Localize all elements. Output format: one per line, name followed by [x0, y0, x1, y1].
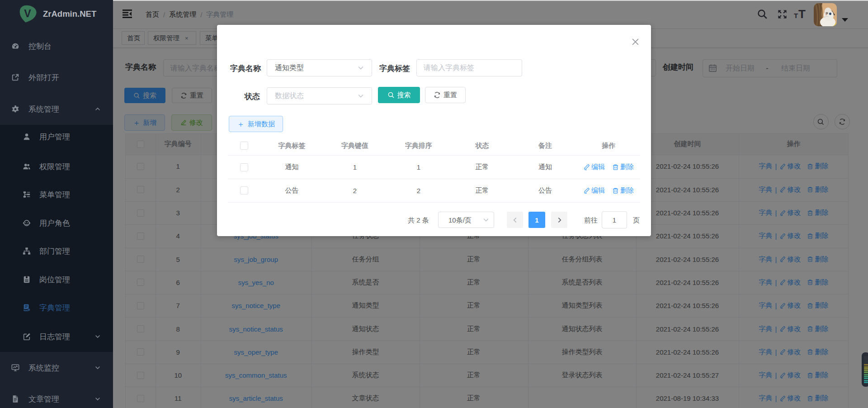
svg-text:V: V: [24, 8, 31, 19]
